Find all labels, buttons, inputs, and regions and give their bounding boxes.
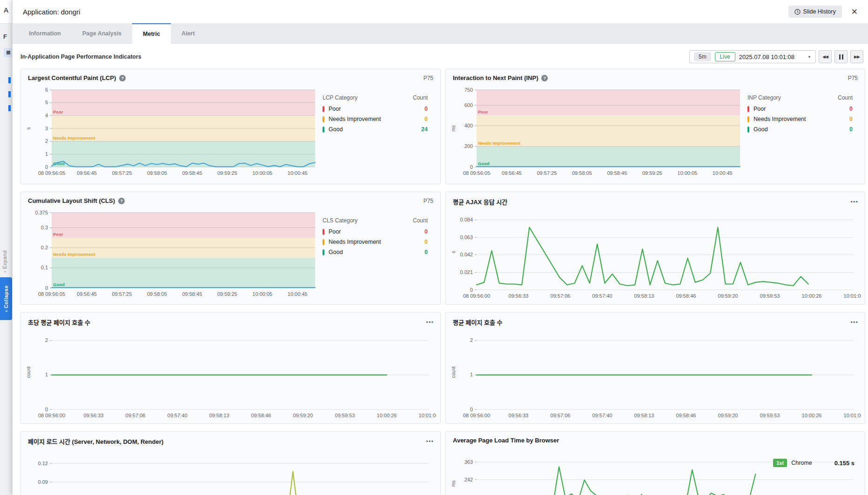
lcp-chart: 0123456PoorNeeds ImprovementGoods08 09:5… bbox=[25, 86, 318, 179]
legend-row-good[interactable]: Good 0 bbox=[323, 249, 428, 255]
legend-row-needs-improvement[interactable]: Needs Improvement 0 bbox=[323, 239, 428, 245]
calls-per-second-chart: 012count08 09:56:0009:56:3309:57:0609:57… bbox=[25, 331, 436, 421]
svg-text:Good: Good bbox=[53, 282, 65, 287]
legend-count-header: Count bbox=[413, 217, 428, 224]
svg-text:2: 2 bbox=[45, 337, 48, 343]
svg-text:Needs Improvement: Needs Improvement bbox=[478, 140, 521, 146]
panel-title: Cumulative Layout Shift (CLS) bbox=[28, 197, 115, 204]
help-icon[interactable]: ? bbox=[118, 198, 125, 204]
svg-text:0: 0 bbox=[470, 287, 473, 293]
legend-count: 0 bbox=[849, 126, 853, 133]
svg-text:1: 1 bbox=[45, 372, 48, 377]
legend-title: INP Category bbox=[747, 94, 781, 101]
svg-text:count: count bbox=[26, 367, 31, 378]
svg-text:09:59:25: 09:59:25 bbox=[217, 291, 237, 297]
svg-text:09:59:20: 09:59:20 bbox=[293, 413, 313, 418]
svg-text:10:01:00: 10:01:00 bbox=[844, 413, 861, 418]
clock-icon bbox=[794, 9, 801, 15]
legend-mark bbox=[747, 116, 749, 122]
svg-text:count: count bbox=[451, 367, 456, 378]
forward-button[interactable]: ▶▶ bbox=[850, 50, 863, 63]
more-menu-icon[interactable]: ⋯ bbox=[850, 320, 858, 325]
collapse-tab[interactable]: › Collapse bbox=[0, 277, 12, 320]
cls-legend: CLS Category Count Poor 0 Needs Improvem… bbox=[318, 209, 434, 300]
svg-text:09:57:06: 09:57:06 bbox=[126, 413, 146, 418]
tab-alert[interactable]: Alert bbox=[171, 23, 205, 43]
svg-text:09:58:05: 09:58:05 bbox=[147, 291, 167, 297]
svg-text:09:57:25: 09:57:25 bbox=[112, 291, 132, 297]
svg-text:2: 2 bbox=[45, 138, 48, 144]
datetime-value: 2025.07.08 10:01:08 bbox=[739, 54, 794, 60]
svg-text:0.3: 0.3 bbox=[41, 225, 48, 230]
legend-label: Needs Improvement bbox=[329, 239, 381, 245]
svg-text:10:00:45: 10:00:45 bbox=[713, 170, 733, 176]
chart-panel-page-load-time: 페이지 로드 시간 (Server, Network, DOM, Render)… bbox=[20, 431, 441, 495]
legend-row-poor[interactable]: Poor 0 bbox=[323, 228, 428, 235]
close-icon[interactable]: ✕ bbox=[851, 7, 858, 17]
percentile-label: P75 bbox=[424, 75, 433, 81]
svg-text:10:01:00: 10:01:00 bbox=[844, 293, 861, 299]
more-menu-icon[interactable]: ⋯ bbox=[426, 439, 433, 444]
average-page-calls-chart: 012count08 09:56:0009:56:3309:57:0609:57… bbox=[450, 331, 861, 421]
percentile-label: P75 bbox=[848, 75, 858, 81]
modal-header: Application: dongri Slide History ✕ bbox=[13, 0, 868, 23]
legend-label: Good bbox=[329, 249, 343, 255]
browser-value: 0.155 s bbox=[834, 460, 855, 467]
legend-label: Poor bbox=[754, 106, 766, 112]
svg-text:08 09:56:05: 08 09:56:05 bbox=[38, 291, 65, 297]
legend-row-needs-improvement[interactable]: Needs Improvement 0 bbox=[323, 116, 428, 122]
svg-text:Poor: Poor bbox=[53, 232, 63, 237]
legend-row-good[interactable]: Good 24 bbox=[323, 126, 428, 133]
browser-name: Chrome bbox=[791, 460, 812, 466]
background-link-fragment bbox=[8, 77, 11, 83]
chart-panel-lcp: Largest Contentful Paint (LCP) ? P75 012… bbox=[20, 69, 441, 184]
more-menu-icon[interactable]: ⋯ bbox=[850, 200, 858, 204]
svg-text:200: 200 bbox=[464, 143, 473, 149]
live-chip[interactable]: Live bbox=[715, 52, 735, 61]
tab-information[interactable]: Information bbox=[18, 23, 72, 43]
legend-row-needs-improvement[interactable]: Needs Improvement 0 bbox=[747, 116, 853, 122]
legend-row-poor[interactable]: Poor 0 bbox=[747, 106, 853, 112]
svg-text:08 09:56:00: 08 09:56:00 bbox=[463, 413, 490, 418]
chart-panel-ajax: 평균 AJAX 응답 시간 ⋯ 00.0210.0420.0630.084s08… bbox=[445, 192, 865, 305]
expand-tab[interactable]: ‹ Expand bbox=[2, 235, 7, 273]
svg-text:0.12: 0.12 bbox=[38, 461, 48, 466]
slide-history-button[interactable]: Slide History bbox=[788, 6, 842, 18]
svg-text:10:00:05: 10:00:05 bbox=[252, 170, 272, 176]
time-range-control: 5m Live 2025.07.08 10:01:08 ▼ bbox=[689, 50, 816, 63]
legend-row-good[interactable]: Good 0 bbox=[747, 126, 853, 133]
tab-metric[interactable]: Metric bbox=[132, 23, 171, 44]
svg-text:09:59:25: 09:59:25 bbox=[642, 170, 662, 176]
rewind-button[interactable]: ◀◀ bbox=[819, 50, 832, 63]
chart-panel-average-page-calls: 평균 페이지 호출 수 ⋯ 012count08 09:56:0009:56:3… bbox=[445, 312, 865, 424]
svg-text:10:00:26: 10:00:26 bbox=[802, 293, 822, 299]
svg-text:400: 400 bbox=[464, 123, 473, 128]
legend-title: LCP Category bbox=[323, 94, 357, 101]
svg-text:09:56:45: 09:56:45 bbox=[502, 170, 522, 176]
legend-count: 0 bbox=[424, 239, 428, 245]
svg-text:363: 363 bbox=[464, 459, 473, 465]
legend-row-poor[interactable]: Poor 0 bbox=[323, 106, 428, 112]
legend-mark bbox=[323, 239, 324, 245]
pause-icon bbox=[839, 54, 843, 60]
svg-text:09:57:40: 09:57:40 bbox=[168, 413, 188, 418]
svg-text:08 09:56:00: 08 09:56:00 bbox=[463, 293, 490, 299]
inp-chart: 0200400600750PoorNeeds ImprovementGoodms… bbox=[450, 86, 743, 179]
legend-mark bbox=[323, 106, 324, 112]
pause-button[interactable] bbox=[834, 50, 848, 63]
cls-chart: 00.10.20.30.375PoorNeeds ImprovementGood… bbox=[25, 209, 318, 300]
panel-title: 페이지 로드 시간 (Server, Network, DOM, Render) bbox=[28, 437, 163, 446]
svg-text:ms: ms bbox=[451, 481, 456, 487]
svg-text:09:56:33: 09:56:33 bbox=[84, 413, 104, 418]
help-icon[interactable]: ? bbox=[119, 75, 126, 81]
chevron-down-icon[interactable]: ▼ bbox=[807, 55, 811, 59]
tab-page-analysis[interactable]: Page Analysis bbox=[72, 23, 132, 43]
more-menu-icon[interactable]: ⋯ bbox=[426, 320, 433, 325]
svg-text:09:57:06: 09:57:06 bbox=[551, 293, 571, 299]
help-icon[interactable]: ? bbox=[541, 75, 548, 81]
svg-text:10:00:45: 10:00:45 bbox=[288, 291, 308, 297]
svg-text:10:00:05: 10:00:05 bbox=[252, 291, 272, 297]
range-chip[interactable]: 5m bbox=[694, 52, 711, 61]
legend-count: 0 bbox=[424, 249, 428, 255]
legend-count: 0 bbox=[849, 106, 853, 112]
